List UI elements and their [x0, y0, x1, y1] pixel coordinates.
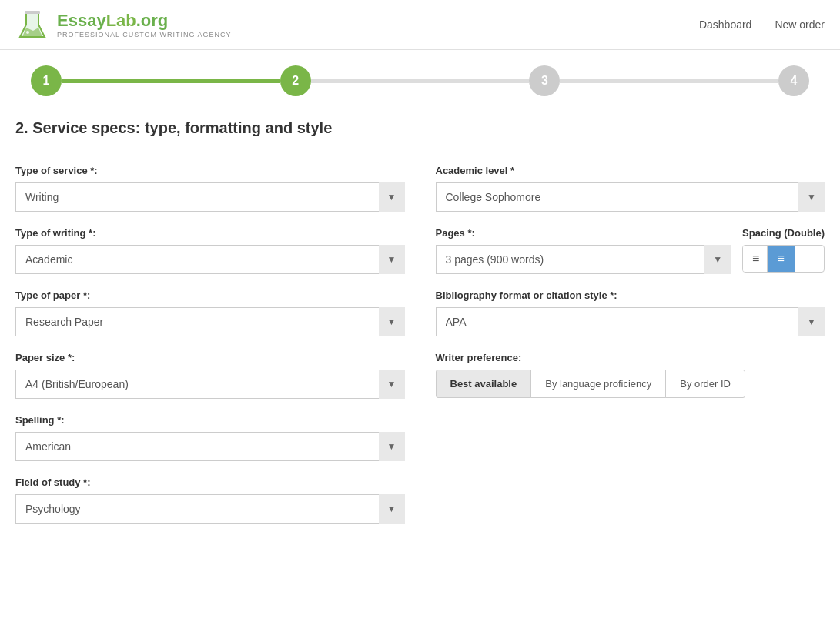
type-of-paper-label: Type of paper *: [15, 289, 405, 301]
spacing-group: Spacing (Double) ≡ ≡ [742, 227, 825, 273]
type-of-service-group: Type of service *: Writing ▼ [15, 165, 405, 212]
type-of-service-wrapper: Writing ▼ [15, 182, 405, 212]
type-of-writing-group: Type of writing *: Academic ▼ [15, 227, 405, 274]
field-of-study-select[interactable]: Psychology [15, 494, 405, 524]
paper-size-wrapper: A4 (British/European) ▼ [15, 370, 405, 399]
spacing-label: Spacing (Double) [742, 227, 825, 239]
type-of-service-label: Type of service *: [15, 165, 405, 176]
academic-level-wrapper: College Sophomore ▼ [436, 182, 825, 212]
logo-colored: Lab [106, 11, 136, 30]
logo-tld: .org [136, 11, 169, 30]
pages-label: Pages *: [436, 227, 731, 239]
spacing-toggle: ≡ ≡ [742, 245, 825, 273]
logo-tagline: Professional Custom Writing Agency [57, 31, 232, 38]
logo-name: EssayLab.org [57, 11, 232, 31]
spelling-group: Spelling *: American ▼ [15, 414, 405, 461]
right-column: Academic level * College Sophomore ▼ Pag… [436, 165, 825, 539]
svg-point-3 [26, 31, 29, 34]
field-of-study-group: Field of study *: Psychology ▼ [15, 477, 405, 524]
type-of-paper-group: Type of paper *: Research Paper ▼ [15, 289, 405, 336]
writer-preference-group: Writer preference: Best available By lan… [436, 352, 825, 398]
steps-bar: 1 2 3 4 [0, 50, 840, 112]
step-line-3-4 [560, 79, 778, 83]
bibliography-group: Bibliography format or citation style *:… [436, 289, 825, 336]
writer-pref-best-available-button[interactable]: Best available [436, 370, 532, 398]
academic-level-select[interactable]: College Sophomore [436, 182, 825, 212]
spelling-label: Spelling *: [15, 414, 405, 426]
logo-area: EssayLab.org Professional Custom Writing… [15, 8, 232, 42]
new-order-link[interactable]: New order [775, 18, 825, 31]
main-content: Type of service *: Writing ▼ Type of wri… [0, 165, 840, 570]
logo-text: EssayLab.org Professional Custom Writing… [57, 11, 232, 38]
type-of-writing-select[interactable]: Academic [15, 245, 405, 274]
left-column: Type of service *: Writing ▼ Type of wri… [15, 165, 405, 539]
paper-size-group: Paper size *: A4 (British/European) ▼ [15, 352, 405, 399]
bibliography-select[interactable]: APA [436, 307, 825, 336]
header: EssayLab.org Professional Custom Writing… [0, 0, 840, 50]
paper-size-select[interactable]: A4 (British/European) [15, 370, 405, 399]
paper-size-label: Paper size *: [15, 352, 405, 363]
type-of-service-select[interactable]: Writing [15, 182, 405, 212]
pages-spacing-row: Pages *: 3 pages (900 words) ▼ Spacing (… [436, 227, 825, 274]
bibliography-label: Bibliography format or citation style *: [436, 289, 825, 301]
spacing-double-icon: ≡ [777, 252, 785, 266]
writer-preference-label: Writer preference: [436, 352, 825, 363]
spacing-single-button[interactable]: ≡ [743, 246, 768, 272]
type-of-writing-wrapper: Academic ▼ [15, 245, 405, 274]
header-nav: Dashboard New order [699, 18, 825, 31]
type-of-paper-wrapper: Research Paper ▼ [15, 307, 405, 336]
writer-pref-order-id-button[interactable]: By order ID [665, 370, 745, 398]
dashboard-link[interactable]: Dashboard [699, 18, 752, 31]
bibliography-wrapper: APA ▼ [436, 307, 825, 336]
field-of-study-label: Field of study *: [15, 477, 405, 488]
pages-select-container: 3 pages (900 words) ▼ [436, 245, 731, 274]
svg-rect-2 [25, 11, 40, 14]
spacing-double-button[interactable]: ≡ [768, 246, 795, 272]
type-of-writing-label: Type of writing *: [15, 227, 405, 239]
academic-level-label: Academic level * [436, 165, 825, 176]
step-2-circle: 2 [280, 65, 311, 96]
writer-pref-language-button[interactable]: By language proficiency [530, 370, 666, 398]
step-1-circle: 1 [31, 65, 62, 96]
type-of-paper-select[interactable]: Research Paper [15, 307, 405, 336]
spelling-wrapper: American ▼ [15, 432, 405, 461]
step-line-2-3 [311, 79, 530, 83]
spacing-single-icon: ≡ [752, 252, 758, 266]
academic-level-group: Academic level * College Sophomore ▼ [436, 165, 825, 212]
step-line-1-2 [62, 79, 280, 83]
pages-select[interactable]: 3 pages (900 words) [436, 245, 731, 274]
pages-wrapper: Pages *: 3 pages (900 words) ▼ [436, 227, 731, 274]
step-4-circle: 4 [778, 65, 809, 96]
page-title: 2. Service specs: type, formatting and s… [0, 112, 840, 149]
field-of-study-wrapper: Psychology ▼ [15, 494, 405, 524]
logo-plain: Essay [57, 11, 106, 30]
writer-preference-buttons: Best available By language proficiency B… [436, 370, 825, 398]
spelling-select[interactable]: American [15, 432, 405, 461]
pages-spacing-group: Pages *: 3 pages (900 words) ▼ Spacing (… [436, 227, 825, 274]
logo-icon [15, 8, 49, 42]
step-3-circle: 3 [529, 65, 560, 96]
form-grid: Type of service *: Writing ▼ Type of wri… [15, 165, 825, 539]
